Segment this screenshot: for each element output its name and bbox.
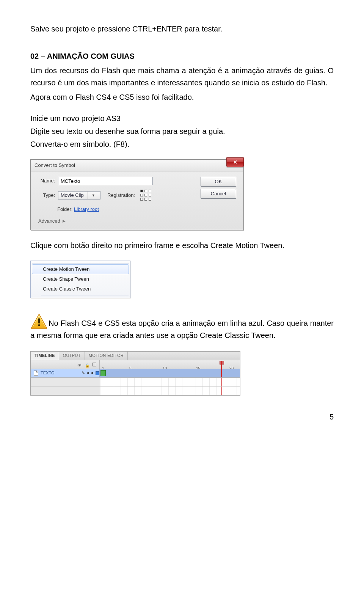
tab-output[interactable]: OUTPUT xyxy=(59,352,85,360)
dialog-title: Convert to Symbol xyxy=(35,162,75,170)
folder-link[interactable]: Library root xyxy=(74,206,99,212)
close-button[interactable]: ✕ xyxy=(226,157,244,167)
warning-text: No Flash CS4 e CS5 esta opção cria a ani… xyxy=(30,319,334,339)
dialog-screenshot: Convert to Symbol ✕ OK Cancel Name: Type… xyxy=(30,159,334,230)
name-input[interactable] xyxy=(58,177,153,185)
advanced-label: Advanced xyxy=(38,217,60,225)
playhead-icon[interactable] xyxy=(220,361,224,364)
section-heading: 02 – ANIMAÇÃO COM GUIAS xyxy=(30,50,334,62)
layer-name: TEXTO xyxy=(41,370,54,377)
empty-layer-row xyxy=(31,378,240,386)
warning-icon xyxy=(30,313,48,329)
tab-timeline[interactable]: TIMELINE xyxy=(31,352,59,360)
visibility-dot[interactable] xyxy=(87,372,89,374)
pencil-icon xyxy=(82,370,85,377)
context-menu-screenshot: Create Motion Tween Create Shape Tween C… xyxy=(30,261,334,298)
folder-row: Folder: Library root xyxy=(57,206,237,214)
paragraph-2: Agora com o Flash CS4 e CS5 isso foi fac… xyxy=(30,91,334,103)
warning-note: No Flash CS4 e CS5 esta opção cria a ani… xyxy=(30,313,334,341)
type-value: Movie Clip xyxy=(61,192,84,200)
menu-item-create-classic-tween[interactable]: Create Classic Tween xyxy=(32,284,129,294)
timeline-tabs: TIMELINE OUTPUT MOTION EDITOR xyxy=(31,352,240,360)
empty-layer-row-2 xyxy=(31,386,240,395)
type-dropdown[interactable]: Movie Clip ▼ xyxy=(58,191,100,200)
lock-dot[interactable] xyxy=(91,372,93,374)
frames-area[interactable] xyxy=(100,369,240,377)
keyframe-icon[interactable] xyxy=(100,370,106,376)
convert-to-symbol-dialog: Convert to Symbol ✕ OK Cancel Name: Type… xyxy=(30,159,243,230)
menu-item-create-motion-tween[interactable]: Create Motion Tween xyxy=(32,264,129,274)
svg-point-1 xyxy=(38,324,40,326)
name-label: Name: xyxy=(37,177,55,185)
advanced-toggle[interactable]: Advanced ▶ xyxy=(38,217,237,225)
paragraph-4: Digite seu texto ou desenhe sua forma pa… xyxy=(30,125,334,137)
playhead-line-2 xyxy=(221,378,222,386)
playhead-line-3 xyxy=(221,386,222,395)
chevron-right-icon: ▶ xyxy=(63,218,66,224)
outline-color-icon[interactable] xyxy=(96,371,99,375)
layer-row[interactable]: TEXTO xyxy=(31,369,240,378)
dropdown-separator xyxy=(88,192,88,199)
folder-label: Folder: xyxy=(57,206,72,212)
eye-icon[interactable] xyxy=(77,362,82,367)
registration-label: Registration: xyxy=(107,192,135,200)
close-icon: ✕ xyxy=(233,159,237,167)
page-number: 5 xyxy=(30,411,334,423)
type-label: Type: xyxy=(37,192,55,200)
after-dialog-paragraph: Clique com botão direito no primeiro fra… xyxy=(30,239,334,251)
layer-icon xyxy=(34,371,38,376)
lock-icon[interactable] xyxy=(85,362,89,367)
context-menu: Create Motion Tween Create Shape Tween C… xyxy=(30,261,130,298)
outline-icon[interactable] xyxy=(93,363,96,366)
paragraph-3: Inicie um novo projeto AS3 xyxy=(30,112,334,124)
timeline-panel: TIMELINE OUTPUT MOTION EDITOR 1 5 10 15 … xyxy=(30,351,240,396)
playhead-line xyxy=(221,361,222,377)
intro-paragraph: Salve seu projeto e pressione CTRL+ENTER… xyxy=(30,23,334,35)
chevron-down-icon: ▼ xyxy=(92,193,95,198)
paragraph-1: Um dos recursos do Flash que mais chama … xyxy=(30,64,334,89)
timeline-screenshot: TIMELINE OUTPUT MOTION EDITOR 1 5 10 15 … xyxy=(30,351,334,396)
timeline-header: 1 5 10 15 20 xyxy=(31,360,240,369)
dialog-titlebar: Convert to Symbol ✕ xyxy=(31,160,243,171)
tab-motion-editor[interactable]: MOTION EDITOR xyxy=(85,352,128,360)
cancel-button[interactable]: Cancel xyxy=(201,189,236,199)
ok-button[interactable]: OK xyxy=(201,177,236,187)
paragraph-5: Converta-o em símbolo. (F8). xyxy=(30,138,334,150)
menu-item-create-shape-tween[interactable]: Create Shape Tween xyxy=(32,274,129,284)
registration-grid[interactable] xyxy=(140,190,152,201)
svg-rect-0 xyxy=(38,318,40,323)
